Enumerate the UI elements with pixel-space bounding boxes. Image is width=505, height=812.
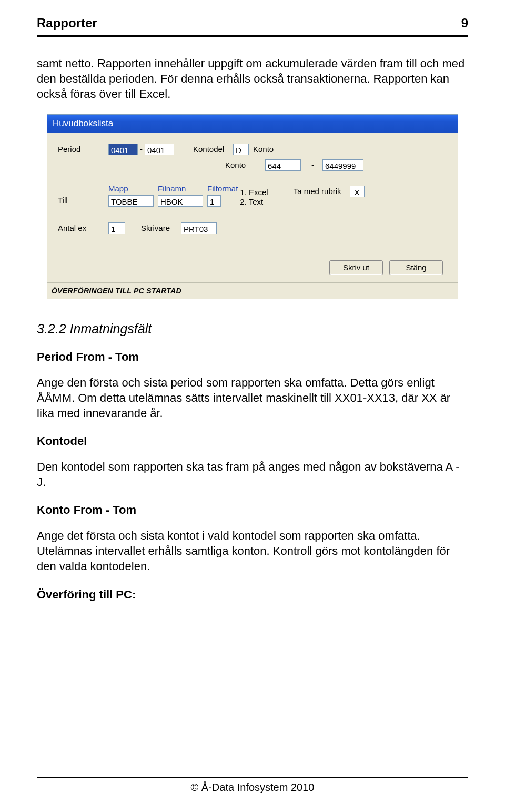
period-to-input[interactable]: 0401 <box>145 144 174 155</box>
konto-short-label: Konto <box>253 144 282 155</box>
konto-label: Konto <box>225 160 262 170</box>
header-right: 9 <box>461 16 468 31</box>
kontodel-input[interactable]: D <box>233 144 249 155</box>
period-dash: - <box>138 144 145 155</box>
dialog-title: Huvudbokslista <box>53 118 113 129</box>
konto-dash: - <box>309 160 316 170</box>
till-label: Till <box>58 195 105 207</box>
antalex-label: Antal ex <box>58 223 105 234</box>
skrivare-input[interactable]: PRT03 <box>181 222 217 234</box>
filformat-opt2: 2. Text <box>240 197 268 207</box>
period-heading: Period From - Tom <box>37 349 468 364</box>
dialog-status: ÖVERFÖRINGEN TILL PC STARTAD <box>47 282 458 299</box>
kontodel-heading: Kontodel <box>37 433 468 449</box>
period-label: Period <box>58 144 105 155</box>
filformat-opt1: 1. Excel <box>240 188 268 197</box>
filformat-input[interactable]: 1 <box>207 195 221 207</box>
period-text: Ange den första och sista period som rap… <box>37 375 468 421</box>
dialog-titlebar: Huvudbokslista <box>47 115 458 133</box>
header-left: Rapporter <box>37 16 97 31</box>
period-from-input[interactable]: 0401 <box>108 144 138 155</box>
konto-to-input[interactable]: 6449999 <box>322 159 363 171</box>
filnamn-link[interactable]: Filnamn <box>158 184 203 194</box>
footer-rule <box>37 777 468 778</box>
footer-text: © Å-Data Infosystem 2010 <box>37 781 468 794</box>
skrivut-label: kriv ut <box>348 263 369 272</box>
konto-heading: Konto From - Tom <box>37 502 468 517</box>
kontodel-label: Kontodel <box>193 144 230 155</box>
filnamn-input[interactable]: HBOK <box>158 195 203 207</box>
pc-heading: Överföring till PC: <box>37 587 468 602</box>
filformat-link[interactable]: Filformat <box>207 184 238 194</box>
skrivare-label: Skrivare <box>141 223 178 234</box>
konto-from-input[interactable]: 644 <box>265 159 301 171</box>
dialog-window: Huvudbokslista Period 0401 - 0401 Kontod… <box>47 114 458 299</box>
mapp-input[interactable]: TOBBE <box>108 195 154 207</box>
stang-button[interactable]: Stäng <box>389 260 443 275</box>
kontodel-text: Den kontodel som rapporten ska tas fram … <box>37 459 468 490</box>
antalex-input[interactable]: 1 <box>108 222 125 234</box>
tamed-label: Ta med rubrik <box>294 186 341 197</box>
section-number: 3.2.2 Inmatningsfält <box>37 320 468 338</box>
mapp-link[interactable]: Mapp <box>108 184 154 194</box>
intro-text: samt netto. Rapporten innehåller uppgift… <box>37 56 468 102</box>
konto-text: Ange det första och sista kontot i vald … <box>37 528 468 574</box>
skrivut-button[interactable]: Skriv ut <box>329 260 383 275</box>
rubrik-input[interactable]: X <box>350 186 365 197</box>
